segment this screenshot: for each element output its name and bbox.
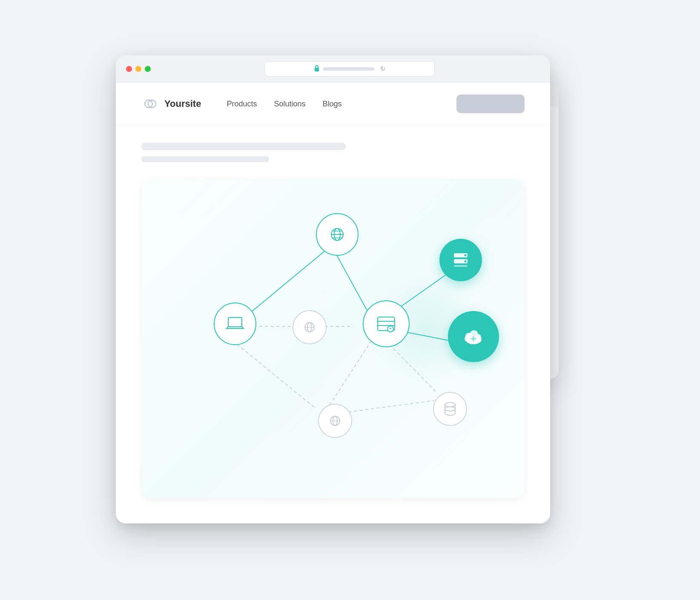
traffic-red[interactable] bbox=[126, 66, 132, 72]
browser-chrome: ↻ bbox=[116, 55, 550, 83]
node-cloud[interactable] bbox=[448, 311, 499, 362]
svg-point-46 bbox=[445, 403, 455, 407]
hero-bar-1 bbox=[141, 143, 346, 150]
svg-point-32 bbox=[465, 260, 467, 263]
nav-link-solutions[interactable]: Solutions bbox=[274, 100, 305, 109]
svg-point-31 bbox=[465, 254, 467, 257]
node-globe-mid bbox=[293, 310, 327, 344]
traffic-lights bbox=[126, 66, 151, 72]
site-nav-links: Products Solutions Blogs bbox=[227, 100, 456, 109]
lock-icon bbox=[314, 65, 320, 73]
svg-rect-2 bbox=[315, 68, 319, 71]
hero-section bbox=[116, 126, 550, 171]
nav-cta-button[interactable] bbox=[456, 94, 525, 113]
svg-rect-21 bbox=[228, 317, 242, 327]
svg-point-47 bbox=[445, 407, 455, 411]
traffic-yellow[interactable] bbox=[135, 66, 141, 72]
nav-link-blogs[interactable]: Blogs bbox=[323, 100, 342, 109]
node-laptop[interactable] bbox=[214, 303, 256, 345]
site-nav: Yoursite Products Solutions Blogs bbox=[116, 83, 550, 126]
node-globe-bottom bbox=[318, 404, 352, 438]
svg-rect-33 bbox=[454, 265, 468, 267]
node-server[interactable] bbox=[439, 239, 482, 281]
address-text bbox=[323, 67, 374, 71]
network-diagram bbox=[167, 205, 499, 469]
node-firewall[interactable] bbox=[363, 300, 410, 347]
site-logo: Yoursite bbox=[141, 95, 201, 113]
address-bar[interactable]: ↻ bbox=[264, 61, 435, 77]
refresh-icon[interactable]: ↻ bbox=[380, 65, 386, 73]
site-logo-text: Yoursite bbox=[164, 98, 201, 109]
browser-wrapper: Yoursite Products Solutions Blogs bbox=[116, 55, 584, 545]
svg-line-13 bbox=[232, 341, 316, 409]
nav-link-products[interactable]: Products bbox=[227, 100, 257, 109]
svg-point-39 bbox=[475, 334, 481, 340]
website-content: Yoursite Products Solutions Blogs bbox=[116, 83, 550, 523]
browser-front: ↻ Yoursite Products Solutions Blogs bbox=[116, 55, 550, 523]
svg-line-15 bbox=[386, 341, 438, 394]
traffic-green[interactable] bbox=[145, 66, 151, 72]
node-globe-top[interactable] bbox=[316, 213, 359, 256]
svg-line-12 bbox=[327, 341, 372, 409]
svg-line-14 bbox=[337, 400, 434, 413]
diagram-card bbox=[141, 179, 525, 498]
node-database bbox=[433, 392, 467, 426]
hero-bar-2 bbox=[141, 156, 269, 162]
